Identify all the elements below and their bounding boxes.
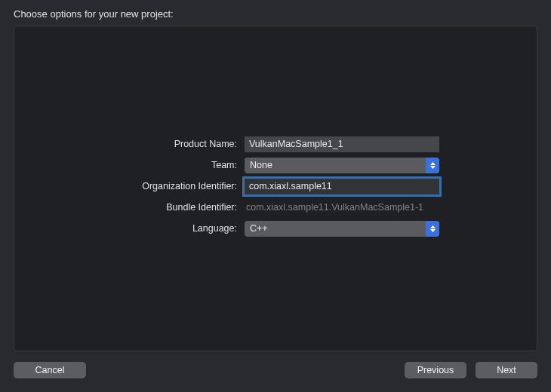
product-name-row: Product Name: xyxy=(29,136,522,152)
team-select[interactable]: None xyxy=(245,158,439,173)
bundle-identifier-value: com.xiaxl.sample11.VulkanMacSample1-1 xyxy=(245,202,439,213)
chevron-updown-icon xyxy=(426,158,439,173)
cancel-button[interactable]: Cancel xyxy=(14,362,86,378)
language-select[interactable]: C++ xyxy=(245,221,439,237)
bundle-identifier-label: Bundle Identifier: xyxy=(29,202,245,213)
dialog-footer: Cancel Previous Next xyxy=(0,351,551,392)
language-label: Language: xyxy=(29,223,245,234)
org-identifier-input[interactable] xyxy=(245,179,439,194)
new-project-dialog: Choose options for your new project: Pro… xyxy=(0,0,551,392)
language-selected-value: C++ xyxy=(245,223,426,234)
next-button[interactable]: Next xyxy=(476,362,537,378)
chevron-updown-icon xyxy=(426,221,439,237)
team-selected-value: None xyxy=(245,160,426,170)
product-name-input[interactable] xyxy=(245,136,439,152)
language-row: Language: C++ xyxy=(29,220,522,237)
options-panel: Product Name: Team: None Organization Id… xyxy=(14,26,537,351)
dialog-title: Choose options for your new project: xyxy=(0,0,551,26)
org-identifier-row: Organization Identifier: xyxy=(29,178,522,194)
team-label: Team: xyxy=(29,160,245,170)
bundle-identifier-row: Bundle Identifier: com.xiaxl.sample11.Vu… xyxy=(29,199,522,216)
org-identifier-label: Organization Identifier: xyxy=(29,181,245,191)
product-name-label: Product Name: xyxy=(29,139,245,149)
team-row: Team: None xyxy=(29,157,522,173)
previous-button[interactable]: Previous xyxy=(405,362,466,378)
